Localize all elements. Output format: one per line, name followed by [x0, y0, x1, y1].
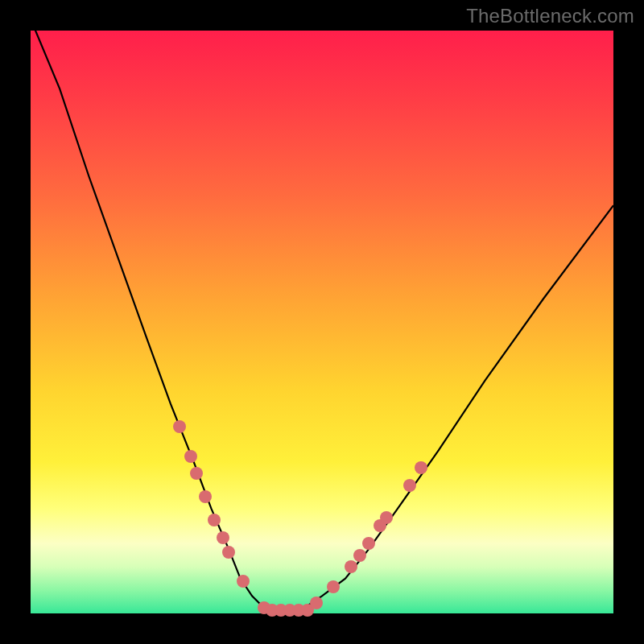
- highlight-dot: [353, 549, 366, 562]
- highlight-dot: [184, 450, 197, 463]
- highlight-dot: [415, 461, 427, 474]
- highlight-dot: [403, 479, 416, 492]
- watermark-text: TheBottleneck.com: [466, 5, 634, 27]
- highlight-dot: [380, 511, 393, 524]
- plot-area: [31, 31, 613, 613]
- highlight-dot: [173, 420, 186, 433]
- highlight-dot: [217, 531, 229, 544]
- highlight-dot: [362, 537, 375, 550]
- bottleneck-curve: [31, 31, 613, 613]
- chart-stage: TheBottleneck.com: [0, 0, 644, 644]
- highlight-dot: [310, 597, 323, 609]
